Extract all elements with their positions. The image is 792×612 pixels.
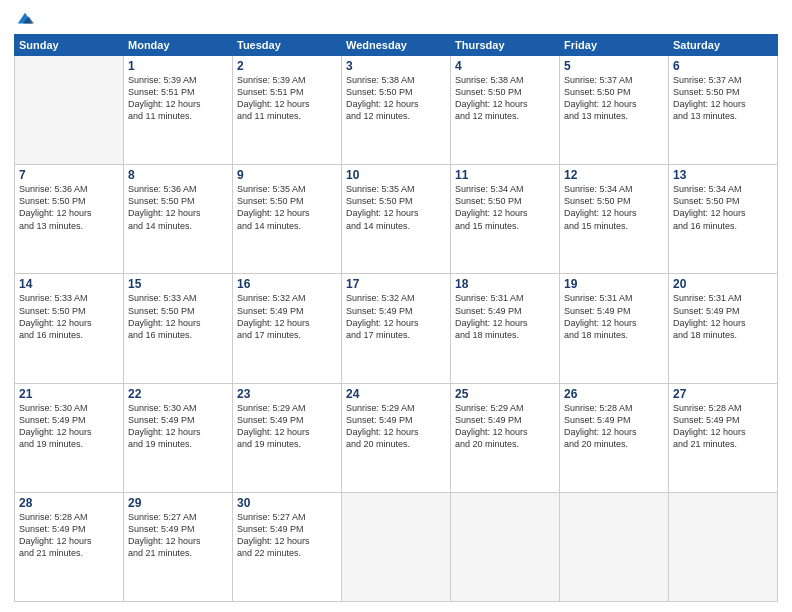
daylight-text-2: and 17 minutes. (237, 329, 337, 341)
sunrise-text: Sunrise: 5:29 AM (455, 402, 555, 414)
sunrise-text: Sunrise: 5:29 AM (346, 402, 446, 414)
calendar-week-0: 1Sunrise: 5:39 AMSunset: 5:51 PMDaylight… (15, 56, 778, 165)
daylight-text-2: and 20 minutes. (564, 438, 664, 450)
daylight-text-2: and 16 minutes. (673, 220, 773, 232)
daylight-text-2: and 16 minutes. (128, 329, 228, 341)
day-number: 21 (19, 387, 119, 401)
sunrise-text: Sunrise: 5:29 AM (237, 402, 337, 414)
daylight-text-1: Daylight: 12 hours (673, 426, 773, 438)
sunset-text: Sunset: 5:50 PM (346, 195, 446, 207)
calendar-week-1: 7Sunrise: 5:36 AMSunset: 5:50 PMDaylight… (15, 165, 778, 274)
day-number: 8 (128, 168, 228, 182)
calendar-cell (342, 492, 451, 601)
daylight-text-1: Daylight: 12 hours (673, 317, 773, 329)
daylight-text-1: Daylight: 12 hours (564, 98, 664, 110)
daylight-text-2: and 15 minutes. (455, 220, 555, 232)
calendar-cell (15, 56, 124, 165)
sunrise-text: Sunrise: 5:39 AM (237, 74, 337, 86)
sunset-text: Sunset: 5:50 PM (673, 195, 773, 207)
sunrise-text: Sunrise: 5:30 AM (19, 402, 119, 414)
daylight-text-2: and 14 minutes. (128, 220, 228, 232)
calendar-cell: 16Sunrise: 5:32 AMSunset: 5:49 PMDayligh… (233, 274, 342, 383)
sunset-text: Sunset: 5:51 PM (128, 86, 228, 98)
sunrise-text: Sunrise: 5:33 AM (128, 292, 228, 304)
calendar-cell: 12Sunrise: 5:34 AMSunset: 5:50 PMDayligh… (560, 165, 669, 274)
daylight-text-1: Daylight: 12 hours (128, 98, 228, 110)
logo (14, 10, 34, 28)
calendar-cell: 10Sunrise: 5:35 AMSunset: 5:50 PMDayligh… (342, 165, 451, 274)
daylight-text-1: Daylight: 12 hours (128, 426, 228, 438)
daylight-text-2: and 21 minutes. (673, 438, 773, 450)
sunrise-text: Sunrise: 5:36 AM (128, 183, 228, 195)
daylight-text-2: and 18 minutes. (564, 329, 664, 341)
daylight-text-1: Daylight: 12 hours (673, 207, 773, 219)
sunrise-text: Sunrise: 5:34 AM (673, 183, 773, 195)
day-number: 13 (673, 168, 773, 182)
daylight-text-2: and 18 minutes. (673, 329, 773, 341)
sunrise-text: Sunrise: 5:35 AM (346, 183, 446, 195)
calendar-cell: 25Sunrise: 5:29 AMSunset: 5:49 PMDayligh… (451, 383, 560, 492)
daylight-text-2: and 19 minutes. (19, 438, 119, 450)
weekday-header-sunday: Sunday (15, 35, 124, 56)
daylight-text-1: Daylight: 12 hours (673, 98, 773, 110)
sunrise-text: Sunrise: 5:31 AM (673, 292, 773, 304)
calendar-cell: 23Sunrise: 5:29 AMSunset: 5:49 PMDayligh… (233, 383, 342, 492)
daylight-text-1: Daylight: 12 hours (346, 426, 446, 438)
calendar-cell: 9Sunrise: 5:35 AMSunset: 5:50 PMDaylight… (233, 165, 342, 274)
daylight-text-2: and 11 minutes. (128, 110, 228, 122)
day-number: 24 (346, 387, 446, 401)
calendar-cell: 30Sunrise: 5:27 AMSunset: 5:49 PMDayligh… (233, 492, 342, 601)
daylight-text-1: Daylight: 12 hours (346, 98, 446, 110)
calendar-cell: 22Sunrise: 5:30 AMSunset: 5:49 PMDayligh… (124, 383, 233, 492)
day-number: 4 (455, 59, 555, 73)
sunset-text: Sunset: 5:49 PM (237, 523, 337, 535)
weekday-header-monday: Monday (124, 35, 233, 56)
sunset-text: Sunset: 5:50 PM (128, 195, 228, 207)
daylight-text-1: Daylight: 12 hours (128, 317, 228, 329)
daylight-text-2: and 14 minutes. (346, 220, 446, 232)
day-number: 12 (564, 168, 664, 182)
daylight-text-1: Daylight: 12 hours (564, 317, 664, 329)
sunset-text: Sunset: 5:49 PM (673, 414, 773, 426)
daylight-text-2: and 13 minutes. (19, 220, 119, 232)
daylight-text-2: and 12 minutes. (346, 110, 446, 122)
sunrise-text: Sunrise: 5:30 AM (128, 402, 228, 414)
day-number: 6 (673, 59, 773, 73)
calendar-cell (451, 492, 560, 601)
sunset-text: Sunset: 5:49 PM (237, 414, 337, 426)
daylight-text-2: and 20 minutes. (455, 438, 555, 450)
day-number: 30 (237, 496, 337, 510)
calendar-cell: 3Sunrise: 5:38 AMSunset: 5:50 PMDaylight… (342, 56, 451, 165)
sunrise-text: Sunrise: 5:34 AM (564, 183, 664, 195)
day-number: 16 (237, 277, 337, 291)
day-number: 20 (673, 277, 773, 291)
daylight-text-1: Daylight: 12 hours (19, 535, 119, 547)
day-number: 19 (564, 277, 664, 291)
weekday-header-saturday: Saturday (669, 35, 778, 56)
daylight-text-1: Daylight: 12 hours (455, 98, 555, 110)
day-number: 27 (673, 387, 773, 401)
sunset-text: Sunset: 5:49 PM (19, 414, 119, 426)
weekday-header-tuesday: Tuesday (233, 35, 342, 56)
sunrise-text: Sunrise: 5:37 AM (564, 74, 664, 86)
calendar-cell: 13Sunrise: 5:34 AMSunset: 5:50 PMDayligh… (669, 165, 778, 274)
day-number: 26 (564, 387, 664, 401)
sunrise-text: Sunrise: 5:36 AM (19, 183, 119, 195)
daylight-text-2: and 15 minutes. (564, 220, 664, 232)
sunset-text: Sunset: 5:49 PM (128, 523, 228, 535)
daylight-text-2: and 21 minutes. (19, 547, 119, 559)
daylight-text-1: Daylight: 12 hours (455, 426, 555, 438)
calendar-cell: 5Sunrise: 5:37 AMSunset: 5:50 PMDaylight… (560, 56, 669, 165)
daylight-text-1: Daylight: 12 hours (19, 426, 119, 438)
daylight-text-1: Daylight: 12 hours (455, 317, 555, 329)
calendar-cell: 4Sunrise: 5:38 AMSunset: 5:50 PMDaylight… (451, 56, 560, 165)
calendar-cell: 6Sunrise: 5:37 AMSunset: 5:50 PMDaylight… (669, 56, 778, 165)
daylight-text-2: and 19 minutes. (237, 438, 337, 450)
day-number: 9 (237, 168, 337, 182)
sunrise-text: Sunrise: 5:28 AM (564, 402, 664, 414)
daylight-text-1: Daylight: 12 hours (19, 207, 119, 219)
sunrise-text: Sunrise: 5:38 AM (346, 74, 446, 86)
day-number: 15 (128, 277, 228, 291)
sunset-text: Sunset: 5:50 PM (19, 305, 119, 317)
day-number: 5 (564, 59, 664, 73)
